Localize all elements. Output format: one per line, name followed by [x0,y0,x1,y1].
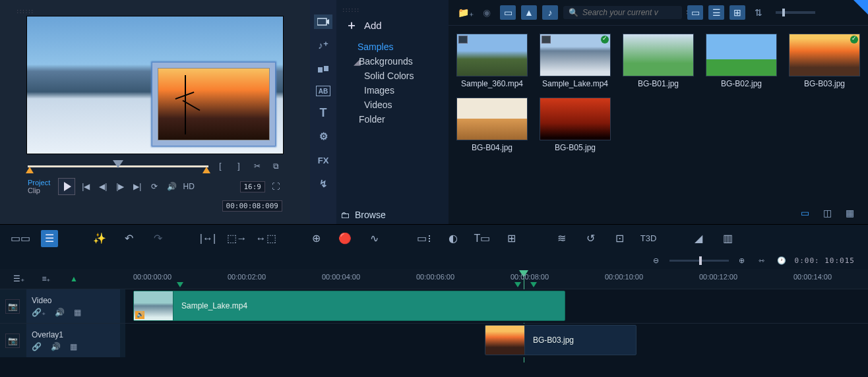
preview-timecode[interactable]: 00:00:08:009 [222,200,282,212]
fx-wand-icon[interactable]: ✨ [91,230,108,247]
paint-icon[interactable]: ◢ [690,230,707,247]
tool-4-icon[interactable]: ⊕ [307,230,325,247]
cat-path-icon[interactable]: ↯ [314,177,332,191]
reverse-icon[interactable]: ↺ [582,230,599,247]
thumbnail[interactable]: BG-B05.jpg [538,98,612,152]
tool-3-icon[interactable]: ↔⬚ [257,230,274,247]
import-icon[interactable]: 📁₊ [458,5,474,20]
mode-clip[interactable]: Clip [28,187,50,194]
add-button[interactable]: ＋ Add [339,14,446,36]
grip-handle[interactable]: :::::: [16,8,294,14]
tree-images[interactable]: Images [346,83,439,98]
record-icon[interactable]: 🔴 [336,230,354,247]
3d-title-icon[interactable]: T3D [640,230,657,247]
mask-icon[interactable]: ◐ [445,230,462,247]
storyboard-icon[interactable]: ▭▭ [12,230,29,247]
cut-icon[interactable]: ✂ [251,160,264,173]
tool-2-icon[interactable]: ⬚→ [228,230,245,247]
zoom-in-icon[interactable]: ⊕ [735,254,749,267]
tree-solid-colors[interactable]: Solid Colors [346,69,439,83]
filter-audio-icon[interactable]: ♪ [542,5,558,20]
mute-icon[interactable]: 🔊 [51,342,61,351]
thumbnail[interactable]: BG-B03.jpg [788,34,861,88]
scrub-head[interactable] [113,160,123,168]
split-screen-icon[interactable]: ▥ [719,230,736,247]
thumbnail[interactable]: BG-B02.jpg [704,34,778,88]
pin-icon[interactable] [853,0,868,14]
tree-backgrounds[interactable]: ◢Backgrounds [346,54,439,69]
mark-in[interactable] [26,167,34,173]
goto-end-icon[interactable]: ▶| [131,180,144,193]
speed-icon[interactable]: ≋ [553,230,570,247]
clock-icon[interactable]: 🕐 [775,254,788,267]
scrub-track[interactable] [28,161,208,171]
mark-out[interactable] [202,167,210,173]
mode-project[interactable]: Project [28,179,50,187]
link-icon[interactable]: 🔗₊ [32,308,46,317]
tree-videos[interactable]: Videos [346,98,439,112]
prev-frame-icon[interactable]: ◀| [96,180,109,193]
next-frame-icon[interactable]: |▶ [113,180,127,193]
disable-icon[interactable]: ▦ [74,308,81,317]
filter-photo-icon[interactable]: ▲ [521,5,537,20]
cat-fx-icon[interactable]: FX [314,153,332,167]
clip-video[interactable]: 🔊 Sample_Lake.mp4 [133,291,565,321]
mute-icon[interactable]: 🔊 [55,308,65,317]
search-input[interactable] [582,8,682,17]
overlay-clip-preview[interactable] [158,68,270,140]
snapshot-icon[interactable]: ⧉ [269,160,282,173]
view-grid-icon[interactable]: ⊞ [729,5,745,20]
preview-canvas[interactable] [26,16,284,154]
search-box[interactable]: 🔍 × [563,6,682,19]
timeline-zoom-slider[interactable] [669,260,729,262]
filter-video-icon[interactable]: ▭ [500,5,516,20]
link-icon[interactable]: 🔗 [32,342,42,351]
thumbnail[interactable]: Sample_Lake.mp4 [538,34,612,88]
browse-button[interactable]: 🗀 Browse [340,210,386,220]
video-lane[interactable]: 🔊 Sample_Lake.mp4 [125,289,868,323]
subtitle-icon[interactable]: T▭ [474,230,491,247]
chapter-icon[interactable]: ▭⫶ [416,230,433,247]
cat-transition-icon[interactable] [314,62,332,76]
time-ruler[interactable]: 00:00:00:0000:00:02:0000:00:04:0000:00:0… [125,269,868,289]
cat-text-icon[interactable]: T [314,105,332,120]
overlay-lane[interactable]: BG-B03.jpg [125,324,868,357]
cat-sound-icon[interactable]: ♪⁺ [314,38,332,53]
loop-icon[interactable]: ⟳ [148,180,161,193]
track-options-icon[interactable]: ☰₊ [12,272,25,285]
panel-icon-3[interactable]: ▦ [842,206,857,220]
tool-1-icon[interactable]: |↔| [199,230,216,247]
cat-title-icon[interactable]: AB [316,86,330,96]
view-list-icon[interactable]: ☰ [708,5,724,20]
cat-gear-icon[interactable]: ⚙ [314,129,332,144]
capture-icon[interactable]: ◉ [479,5,495,20]
thumb-zoom-slider[interactable] [776,11,815,14]
mark-in-icon[interactable]: [ [214,160,227,173]
volume-icon[interactable]: 🔊 [165,180,178,193]
cat-media-icon[interactable] [314,14,332,29]
project-duration[interactable]: 0:00: 10:015 [795,256,855,265]
track-height-icon[interactable]: ≡₊ [40,272,53,285]
hd-label[interactable]: HD [182,180,195,193]
enable-all-icon[interactable]: ▲ [67,272,80,285]
view-large-icon[interactable]: ▭ [687,5,703,20]
undo-icon[interactable]: ↶ [120,230,137,247]
goto-start-icon[interactable]: |◀ [79,180,92,193]
track-camera-icon[interactable]: 📷 [5,299,20,314]
thumbnail[interactable]: Sample_360.mp4 [455,34,529,88]
tree-folder[interactable]: Folder [346,112,439,127]
fit-project-icon[interactable]: ⇿ [755,254,768,267]
multicam-icon[interactable]: ⊞ [503,230,520,247]
redo-icon[interactable]: ↷ [149,230,166,247]
zoom-out-icon[interactable]: ⊖ [650,254,663,267]
mark-out-icon[interactable]: ] [232,160,245,173]
track-motion-icon[interactable]: ⊡ [611,230,628,247]
panel-icon-2[interactable]: ◫ [819,206,835,220]
expand-icon[interactable]: ⛶ [269,180,282,193]
clip-overlay[interactable]: BG-B03.jpg [485,325,636,355]
thumbnail[interactable]: BG-B01.jpg [621,34,695,88]
mixer-icon[interactable]: ∿ [365,230,383,247]
grip-handle[interactable]: :::::: [342,7,443,13]
panel-icon-1[interactable]: ▭ [797,206,813,220]
disable-icon[interactable]: ▦ [70,342,77,351]
